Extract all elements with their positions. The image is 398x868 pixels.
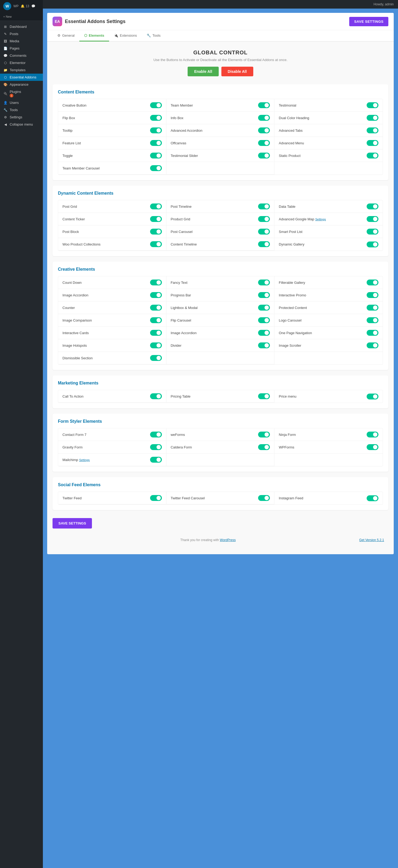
contact-form-7-toggle[interactable] [150, 432, 162, 437]
post-timeline-toggle[interactable] [258, 204, 270, 209]
pricing-table-toggle[interactable] [258, 393, 270, 399]
protected-content-toggle[interactable] [367, 305, 378, 311]
tab-extensions[interactable]: 🔌 Extensions [109, 30, 142, 41]
item-testimonial-slider: Testimonial Slider [166, 149, 275, 162]
filterable-gallery-toggle[interactable] [367, 280, 378, 285]
post-carousel-toggle[interactable] [258, 229, 270, 235]
one-page-navigation-label: One Page Navigation [279, 331, 312, 335]
caldera-form-toggle[interactable] [258, 444, 270, 450]
progress-bar-toggle[interactable] [258, 292, 270, 298]
image-hotspots-toggle[interactable] [150, 342, 162, 348]
tab-elements[interactable]: ⬡ Elements [79, 30, 109, 41]
advanced-accordion-toggle[interactable] [258, 127, 270, 133]
toggle-toggle[interactable] [150, 153, 162, 158]
flip-carousel-toggle[interactable] [258, 317, 270, 323]
dynamic-gallery-toggle[interactable] [367, 242, 378, 247]
sidebar-item-comments[interactable]: 💬Comments [0, 52, 43, 59]
interactive-promo-toggle[interactable] [367, 292, 378, 298]
advanced-google-map-toggle[interactable] [367, 216, 378, 222]
divider-toggle[interactable] [258, 342, 270, 348]
item-wpforms: WPForms [275, 441, 383, 454]
logo-carousel-toggle[interactable] [367, 317, 378, 323]
item-toggle: Toggle [58, 149, 166, 162]
advanced-tabs-toggle[interactable] [367, 127, 378, 133]
testimonial-toggle[interactable] [367, 102, 378, 108]
plugin-badge: 1 [10, 94, 13, 97]
call-to-action-toggle[interactable] [150, 393, 162, 399]
lightbox-modal-toggle[interactable] [258, 305, 270, 311]
image-comparison-toggle[interactable] [150, 317, 162, 323]
dismissible-section-toggle[interactable] [150, 355, 162, 361]
mailchimp-settings-link[interactable]: Settings [79, 458, 90, 462]
tab-tools[interactable]: 🔧 Tools [142, 30, 165, 41]
interactive-cards-toggle[interactable] [150, 330, 162, 336]
sidebar-item-plugins[interactable]: 🔌Plugins 1 [0, 88, 43, 99]
posts-icon: ✎ [3, 32, 7, 36]
enable-all-button[interactable]: Enable All [188, 67, 219, 76]
save-settings-header-button[interactable]: SAVE SETTINGS [349, 17, 388, 26]
save-settings-bottom-button[interactable]: SAVE SETTINGS [53, 518, 92, 528]
image-accordion-2-toggle[interactable] [258, 330, 270, 336]
ninja-form-toggle[interactable] [367, 432, 378, 437]
price-menu-toggle[interactable] [367, 394, 378, 400]
advanced-google-map-settings-link[interactable]: Settings [315, 218, 326, 221]
team-member-carousel-toggle[interactable] [150, 165, 162, 171]
smart-post-list-toggle[interactable] [367, 229, 378, 235]
static-product-toggle[interactable] [367, 153, 378, 158]
dual-color-heading-toggle[interactable] [367, 115, 378, 121]
fancy-text-toggle[interactable] [258, 280, 270, 285]
instagram-feed-toggle[interactable] [367, 495, 378, 501]
sidebar-item-tools[interactable]: 🔧Tools [0, 106, 43, 114]
feature-list-toggle[interactable] [150, 140, 162, 146]
image-comparison-label: Image Comparison [62, 318, 92, 322]
twitter-feed-toggle[interactable] [150, 495, 162, 501]
item-content-timeline: Content Timeline [166, 238, 275, 251]
one-page-navigation-toggle[interactable] [367, 330, 378, 336]
advanced-menu-toggle[interactable] [367, 140, 378, 146]
weforms-toggle[interactable] [258, 432, 270, 437]
mailchimp-label: Mailchimp Settings [62, 458, 90, 462]
count-down-toggle[interactable] [150, 280, 162, 285]
tooltip-toggle[interactable] [150, 127, 162, 133]
sidebar-item-pages[interactable]: 📄Pages [0, 45, 43, 52]
gravity-form-toggle[interactable] [150, 444, 162, 450]
protected-content-label: Protected Content [279, 306, 307, 310]
tab-general[interactable]: ⚙ General [53, 30, 79, 41]
team-member-toggle[interactable] [258, 102, 270, 108]
new-button[interactable]: + New [3, 15, 12, 18]
info-box-toggle[interactable] [258, 115, 270, 121]
sidebar-item-essential-addons[interactable]: ⬡Essential Addons [0, 74, 43, 81]
twitter-feed-carousel-toggle[interactable] [258, 495, 270, 501]
post-grid-toggle[interactable] [150, 204, 162, 209]
advanced-accordion-label: Advanced Accordion [171, 128, 203, 132]
post-block-toggle[interactable] [150, 229, 162, 235]
mailchimp-toggle[interactable] [150, 457, 162, 463]
sidebar-item-users[interactable]: 👤Users [0, 99, 43, 106]
counter-toggle[interactable] [150, 305, 162, 311]
disable-all-button[interactable]: Disable All [221, 67, 253, 76]
sidebar-item-appearance[interactable]: 🎨Appearance [0, 81, 43, 88]
sidebar-item-templates[interactable]: 📁Templates [0, 66, 43, 74]
image-accordion-toggle[interactable] [150, 292, 162, 298]
creative-button-toggle[interactable] [150, 102, 162, 108]
product-grid-toggle[interactable] [258, 216, 270, 222]
flip-box-toggle[interactable] [150, 115, 162, 121]
sidebar-item-settings[interactable]: ⚙Settings [0, 114, 43, 121]
image-scroller-toggle[interactable] [367, 342, 378, 348]
sidebar-item-collapse[interactable]: ◀Collapse menu [0, 121, 43, 128]
offcanvas-toggle[interactable] [258, 140, 270, 146]
wordpress-link[interactable]: WordPress [220, 538, 235, 542]
content-timeline-toggle[interactable] [258, 241, 270, 247]
testimonial-slider-toggle[interactable] [258, 153, 270, 158]
woo-product-collections-toggle[interactable] [150, 241, 162, 247]
version-link[interactable]: Get Version 5.2.1 [359, 538, 384, 542]
wpforms-toggle[interactable] [367, 444, 378, 450]
data-table-toggle[interactable] [367, 204, 378, 209]
extensions-tab-label: Extensions [120, 33, 137, 37]
sidebar-item-dashboard[interactable]: ⊞Dashboard [0, 23, 43, 30]
sidebar-item-media[interactable]: 🖼Media [0, 37, 43, 45]
admin-bar-new: + New [0, 12, 43, 21]
sidebar-item-elementor[interactable]: ⬡Elementor [0, 59, 43, 66]
sidebar-item-posts[interactable]: ✎Posts [0, 30, 43, 37]
content-ticker-toggle[interactable] [150, 216, 162, 222]
